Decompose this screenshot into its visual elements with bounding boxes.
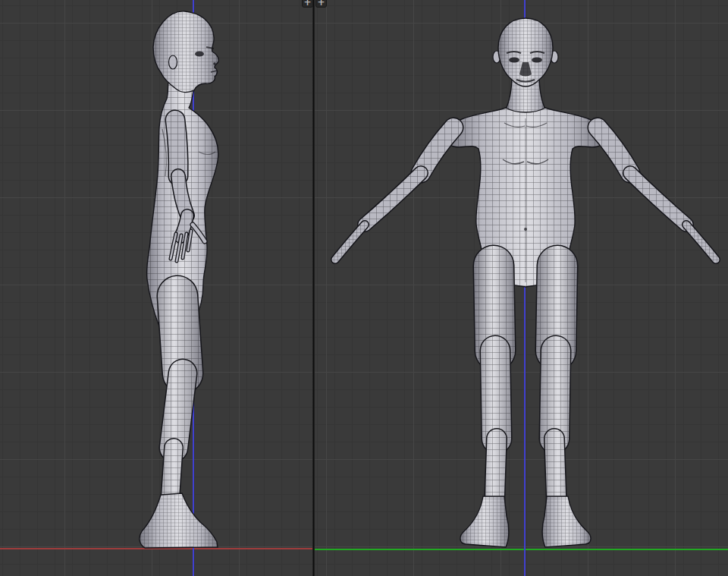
human-model-front-view[interactable]: [315, 0, 728, 576]
viewport-front-view[interactable]: [315, 0, 728, 576]
plus-icon: +: [317, 0, 325, 7]
human-model-side-view[interactable]: [0, 0, 312, 576]
3d-viewport-workspace: + +: [0, 0, 728, 576]
viewport-side-view[interactable]: [0, 0, 312, 576]
split-view-button-right[interactable]: +: [315, 0, 327, 8]
plus-icon: +: [303, 0, 311, 7]
split-view-button-left[interactable]: +: [302, 0, 313, 8]
